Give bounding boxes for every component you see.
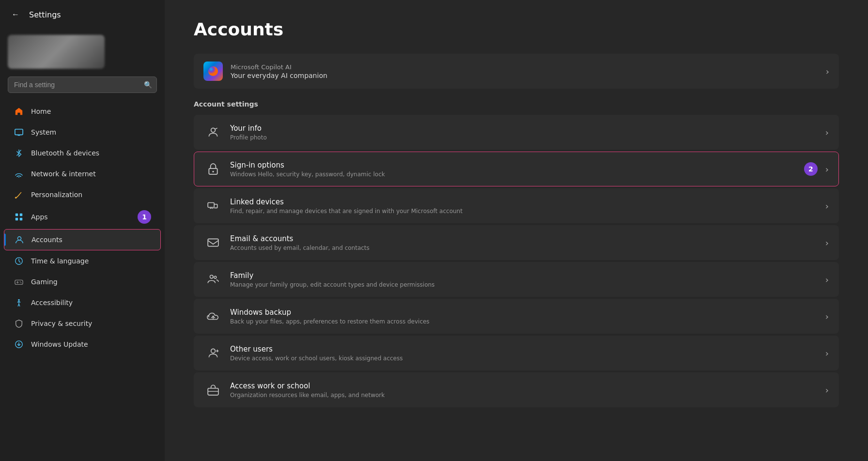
sign-in-chevron-icon: › [825,164,829,174]
apps-icon [14,212,24,222]
your-info-desc: Profile photo [230,134,818,141]
sidebar-item-home-label: Home [31,108,51,115]
backup-text: Windows backup Back up your files, apps,… [230,308,818,325]
sidebar-item-accessibility-label: Accessibility [31,299,73,307]
settings-item-sign-in[interactable]: Sign-in options Windows Hello, security … [194,152,839,186]
your-info-icon [204,123,222,141]
gaming-icon [14,277,24,287]
settings-item-family[interactable]: Family Manage your family group, edit ac… [194,262,839,297]
other-users-text: Other users Device access, work or schoo… [230,345,818,362]
svg-point-15 [208,66,218,76]
sidebar-item-time[interactable]: Time & language [4,251,161,271]
family-desc: Manage your family group, edit account t… [230,281,818,288]
sign-in-text: Sign-in options Windows Hello, security … [230,161,796,178]
settings-item-linked-devices[interactable]: Linked devices Find, repair, and manage … [194,188,839,223]
copilot-subtitle: Your everyday AI companion [231,72,327,79]
main-content: Accounts Microsoft Copilot AI [165,0,868,461]
sign-in-title: Sign-in options [230,161,796,169]
brush-icon [14,189,24,200]
other-users-title: Other users [230,345,818,353]
sidebar-item-accessibility[interactable]: Accessibility [4,292,161,313]
settings-item-your-info[interactable]: Your info Profile photo › [194,115,839,150]
svg-rect-10 [15,280,23,284]
sidebar-item-time-label: Time & language [31,257,89,265]
sidebar-item-gaming[interactable]: Gaming [4,272,161,292]
user-avatar-section [0,29,165,77]
svg-point-12 [21,282,22,283]
accounts-icon [14,234,25,245]
back-button[interactable]: ← [8,7,23,22]
other-users-chevron-icon: › [825,348,829,358]
svg-point-11 [20,281,21,282]
family-chevron-icon: › [825,275,829,285]
briefcase-icon [204,381,222,399]
copilot-left: Microsoft Copilot AI Your everyday AI co… [203,61,327,81]
sidebar-item-system[interactable]: System [4,122,161,142]
backup-chevron-icon: › [825,311,829,322]
page-title: Accounts [194,19,839,39]
sidebar-item-update-label: Windows Update [31,340,88,348]
svg-rect-0 [15,129,23,135]
your-info-title: Your info [230,124,818,133]
copilot-title: Microsoft Copilot AI [231,63,327,71]
sidebar-item-accounts[interactable]: Accounts [4,229,161,250]
settings-item-email[interactable]: Email & accounts Accounts used by email,… [194,225,839,260]
svg-point-13 [18,299,20,301]
sidebar-item-update[interactable]: Windows Update [4,334,161,354]
sign-in-icon [204,160,222,178]
copilot-text: Microsoft Copilot AI Your everyday AI co… [231,63,327,79]
sidebar-item-personalization[interactable]: Personalization [4,184,161,205]
settings-item-other-users[interactable]: Other users Device access, work or schoo… [194,336,839,370]
apps-badge: 1 [138,210,151,224]
nav-list: Home System Bluetooth & devices [0,99,165,461]
settings-item-work-school[interactable]: Access work or school Organization resou… [194,372,839,407]
svg-point-23 [214,276,217,278]
svg-point-19 [212,171,214,172]
work-school-chevron-icon: › [825,385,829,395]
update-icon [14,339,24,350]
email-chevron-icon: › [825,238,829,248]
sidebar-item-bluetooth-label: Bluetooth & devices [31,149,99,157]
copilot-banner[interactable]: Microsoft Copilot AI Your everyday AI co… [194,54,839,89]
section-header: Account settings [194,100,839,108]
svg-line-17 [215,128,217,129]
svg-rect-20 [208,203,214,208]
family-title: Family [230,271,818,280]
svg-point-22 [210,275,214,278]
other-users-icon [204,344,222,362]
linked-devices-icon [204,197,222,215]
sidebar: ← Settings 🔍 Home System [0,0,165,461]
network-icon [14,169,24,179]
sidebar-item-bluetooth[interactable]: Bluetooth & devices [4,143,161,163]
svg-point-24 [211,349,216,353]
email-text: Email & accounts Accounts used by email,… [230,234,818,251]
svg-point-2 [18,177,19,178]
sidebar-item-personalization-label: Personalization [31,191,82,199]
linked-devices-chevron-icon: › [825,201,829,211]
privacy-icon [14,318,24,329]
sidebar-item-apps[interactable]: Apps 1 [4,205,161,229]
family-text: Family Manage your family group, edit ac… [230,271,818,288]
backup-title: Windows backup [230,308,818,317]
search-icon: 🔍 [144,81,152,89]
sidebar-item-network[interactable]: Network & internet [4,164,161,184]
settings-item-backup[interactable]: Windows backup Back up your files, apps,… [194,299,839,334]
work-school-text: Access work or school Organization resou… [230,382,818,399]
svg-rect-6 [16,218,18,220]
search-input[interactable] [8,77,157,93]
svg-rect-1 [17,135,20,136]
copilot-chevron-icon: › [826,66,829,77]
svg-point-3 [15,197,17,199]
sidebar-item-accounts-label: Accounts [31,236,62,244]
svg-point-16 [211,128,216,132]
sidebar-item-home[interactable]: Home [4,101,161,122]
sidebar-item-privacy[interactable]: Privacy & security [4,313,161,334]
sidebar-item-network-label: Network & internet [31,170,96,178]
sidebar-top-bar: ← Settings [0,0,165,29]
sidebar-item-gaming-label: Gaming [31,278,58,286]
home-icon [14,106,24,117]
backup-desc: Back up your files, apps, preferences to… [230,318,818,325]
svg-rect-5 [20,214,22,216]
accessibility-icon [14,297,24,308]
work-school-desc: Organization resources like email, apps,… [230,392,818,399]
